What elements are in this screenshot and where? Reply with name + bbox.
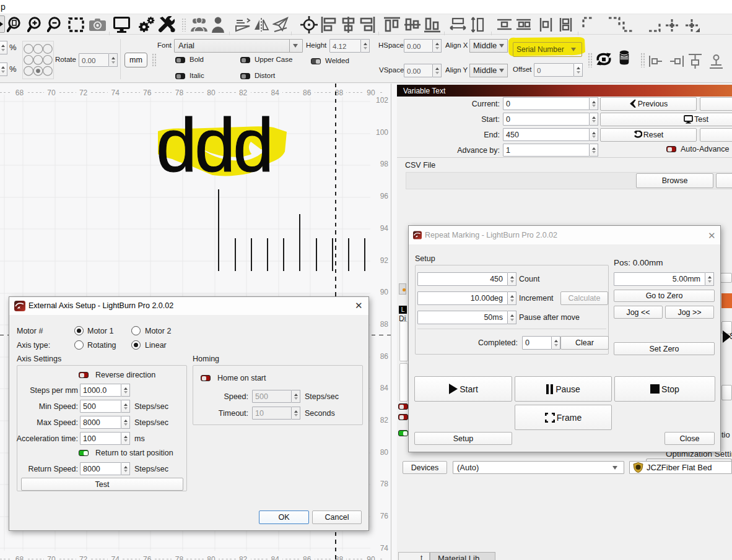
svg-text:ddd: ddd bbox=[156, 113, 271, 183]
